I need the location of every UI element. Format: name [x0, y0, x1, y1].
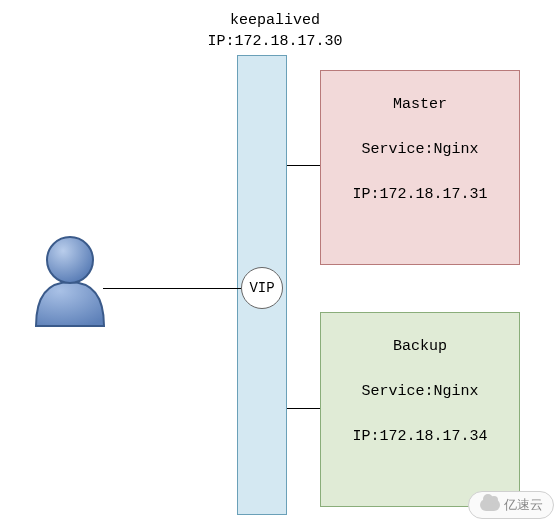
keepalived-ip: IP:172.18.17.30 [175, 31, 375, 52]
backup-title: Backup [333, 338, 507, 355]
keepalived-label: keepalived [175, 10, 375, 31]
connector-keepalived-to-master [287, 165, 321, 166]
master-title: Master [333, 96, 507, 113]
diagram-title: keepalived IP:172.18.17.30 [175, 10, 375, 52]
svg-point-0 [47, 237, 93, 283]
watermark-text: 亿速云 [504, 496, 543, 514]
vip-label: VIP [249, 280, 274, 296]
master-service: Service:Nginx [333, 141, 507, 158]
master-node: Master Service:Nginx IP:172.18.17.31 [320, 70, 520, 265]
vip-badge: VIP [241, 267, 283, 309]
watermark-badge: 亿速云 [468, 491, 554, 519]
backup-ip: IP:172.18.17.34 [333, 428, 507, 445]
user-icon [30, 230, 110, 330]
connector-keepalived-to-backup [287, 408, 321, 409]
backup-service: Service:Nginx [333, 383, 507, 400]
cloud-icon [480, 499, 500, 511]
backup-node: Backup Service:Nginx IP:172.18.17.34 [320, 312, 520, 507]
master-ip: IP:172.18.17.31 [333, 186, 507, 203]
connector-user-to-keepalived [103, 288, 241, 289]
